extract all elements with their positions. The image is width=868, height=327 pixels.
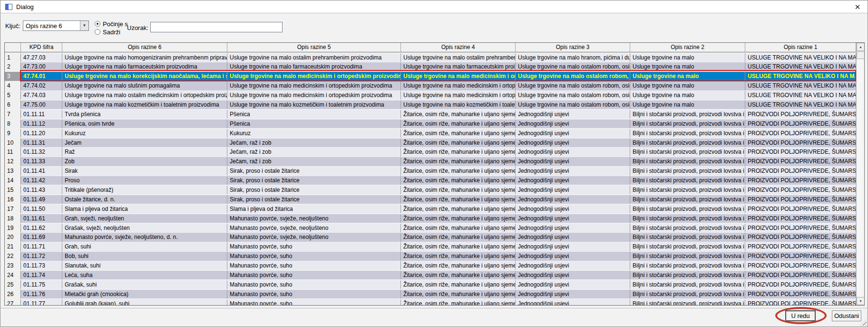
cell-opis-razine-5[interactable]: Usluge trgovine na malo ostalim prehramb…: [227, 53, 401, 62]
cell-opis-razine-2[interactable]: Usluge trgovine na malo: [630, 53, 745, 62]
cell-opis-razine-1[interactable]: USLUGE TRGOVINE NA VELIKO I NA MALO: [745, 53, 856, 62]
table-row[interactable]: 1401.11.42ProsoSirak, proso i ostale žit…: [5, 176, 856, 185]
cell-opis-razine-2[interactable]: Biljni i stočarski proizvodi, proizvodi …: [630, 233, 745, 241]
cell-opis-razine-3[interactable]: Jednogodišnji usjevi: [516, 271, 630, 279]
scroll-up-icon[interactable]: ▲: [857, 43, 865, 51]
table-row[interactable]: 1001.11.31JečamJečam, raž i zobŽitarice,…: [5, 138, 856, 147]
cell-opis-razine-2[interactable]: Biljni i stočarski proizvodi, proizvodi …: [630, 261, 745, 270]
cell-opis-razine-5[interactable]: Usluge trgovine na malo kozmetičkim i to…: [227, 100, 401, 109]
cell-opis-razine-4[interactable]: Žitarice, osim riže, mahunarke i uljano …: [401, 280, 516, 289]
cell-opis-razine-6[interactable]: Leća, suha: [62, 271, 227, 279]
row-number-cell[interactable]: 4: [5, 81, 21, 90]
cell-kpd-sifra[interactable]: 01.11.75: [21, 280, 62, 289]
cell-opis-razine-5[interactable]: Mahunasto povrće, suho: [227, 280, 401, 289]
cell-opis-razine-6[interactable]: Tritikale (pšenoraž): [62, 186, 227, 194]
cell-opis-razine-4[interactable]: Žitarice, osim riže, mahunarke i uljano …: [401, 271, 516, 279]
cell-opis-razine-1[interactable]: PROIZVODI POLJOPRIVREDE, ŠUMARSTVA I RIB: [745, 186, 856, 194]
cell-opis-razine-3[interactable]: Usluge trgovine na malo ostalom robom, o: [516, 72, 630, 80]
cell-kpd-sifra[interactable]: 01.11.32: [21, 148, 62, 156]
cell-opis-razine-6[interactable]: Usluge trgovine na malo homogeniziranim …: [62, 53, 227, 62]
column-header-opis-razine-4[interactable]: Opis razine 4: [401, 43, 516, 52]
cell-opis-razine-5[interactable]: Usluge trgovine na malo medicinskim i or…: [227, 72, 401, 80]
table-row[interactable]: 2401.11.74Leća, suhaMahunasto povrće, su…: [5, 270, 856, 279]
cancel-button[interactable]: Odustani: [832, 310, 861, 321]
cell-opis-razine-6[interactable]: Grah, suhi: [62, 242, 227, 251]
cell-kpd-sifra[interactable]: 01.11.20: [21, 129, 62, 138]
cell-opis-razine-2[interactable]: Biljni i stočarski proizvodi, proizvodi …: [630, 290, 745, 298]
table-row[interactable]: 547.74.03Usluge trgovine na malo ostalim…: [5, 90, 856, 100]
cell-opis-razine-6[interactable]: Slama i pljeva od žitarica: [62, 205, 227, 213]
cell-kpd-sifra[interactable]: 01.11.69: [21, 233, 62, 241]
table-row[interactable]: 2301.11.73Slanutak, suhiMahunasto povrće…: [5, 261, 856, 270]
table-row[interactable]: 2701.11.77Golublji grah (kajan), suhiMah…: [5, 298, 856, 306]
cell-opis-razine-3[interactable]: Jednogodišnji usjevi: [516, 280, 630, 289]
cell-opis-razine-5[interactable]: Usluge trgovine na malo medicinskim i or…: [227, 91, 401, 99]
cell-opis-razine-3[interactable]: Jednogodišnji usjevi: [516, 214, 630, 223]
cell-opis-razine-3[interactable]: Jednogodišnji usjevi: [516, 205, 630, 213]
cell-opis-razine-5[interactable]: Mahunasto povrće, suho: [227, 252, 401, 260]
row-number-cell[interactable]: 26: [5, 290, 21, 298]
cell-opis-razine-1[interactable]: USLUGE TRGOVINE NA VELIKO I NA MALO: [745, 62, 856, 71]
cell-opis-razine-2[interactable]: Biljni i stočarski proizvodi, proizvodi …: [630, 271, 745, 279]
cell-opis-razine-6[interactable]: Sirak: [62, 167, 227, 175]
table-body[interactable]: 147.27.03Usluge trgovine na malo homogen…: [5, 52, 856, 306]
table-row[interactable]: 1801.11.61Grah, svježi, neoljuštenMahuna…: [5, 213, 856, 223]
cell-opis-razine-5[interactable]: Mahunasto povrće, suho: [227, 299, 401, 306]
cell-opis-razine-5[interactable]: Mahunasto povrće, svježe, neoljušteno: [227, 224, 401, 232]
cell-opis-razine-1[interactable]: PROIZVODI POLJOPRIVREDE, ŠUMARSTVA I RIB: [745, 280, 856, 289]
cell-opis-razine-6[interactable]: Tvrda pšenica: [62, 110, 227, 119]
cell-opis-razine-2[interactable]: Usluge trgovine na malo: [630, 91, 745, 99]
cell-opis-razine-6[interactable]: Zob: [62, 157, 227, 166]
cell-opis-razine-2[interactable]: Biljni i stočarski proizvodi, proizvodi …: [630, 280, 745, 289]
row-number-cell[interactable]: 6: [5, 100, 21, 109]
cell-opis-razine-4[interactable]: Žitarice, osim riže, mahunarke i uljano …: [401, 119, 516, 128]
vertical-scrollbar[interactable]: ▲ ▼: [856, 43, 864, 305]
kpd-table[interactable]: KPD šifraOpis razine 6Opis razine 5Opis …: [4, 42, 865, 306]
table-row[interactable]: 247.73.00Usluge trgovine na malo farmace…: [5, 62, 856, 71]
table-row[interactable]: 701.11.11Tvrda pšenicaPšenicaŽitarice, o…: [5, 109, 856, 119]
cell-kpd-sifra[interactable]: 01.11.62: [21, 224, 62, 232]
cell-opis-razine-6[interactable]: Slanutak, suhi: [62, 261, 227, 270]
cell-opis-razine-3[interactable]: Jednogodišnji usjevi: [516, 290, 630, 298]
cell-opis-razine-5[interactable]: Mahunasto povrće, suho: [227, 261, 401, 270]
cell-opis-razine-6[interactable]: Grašak, svježi, neoljušten: [62, 224, 227, 232]
cell-opis-razine-1[interactable]: USLUGE TRGOVINE NA VELIKO I NA MALO: [745, 100, 856, 109]
table-row[interactable]: 2101.11.71Grah, suhiMahunasto povrće, su…: [5, 242, 856, 251]
cell-opis-razine-5[interactable]: Slama i pljeva od žitarica: [227, 205, 401, 213]
cell-opis-razine-3[interactable]: Jednogodišnji usjevi: [516, 233, 630, 241]
cell-opis-razine-5[interactable]: Pšenica: [227, 119, 401, 128]
cell-opis-razine-6[interactable]: Ostale žitarice, d. n.: [62, 195, 227, 204]
row-number-cell[interactable]: 25: [5, 280, 21, 289]
cell-opis-razine-2[interactable]: Biljni i stočarski proizvodi, proizvodi …: [630, 186, 745, 194]
chevron-down-icon[interactable]: ▼: [80, 21, 88, 30]
row-number-cell[interactable]: 15: [5, 186, 21, 194]
row-number-cell[interactable]: 18: [5, 214, 21, 223]
cell-opis-razine-5[interactable]: Mahunasto povrće, suho: [227, 242, 401, 251]
cell-kpd-sifra[interactable]: 47.73.00: [21, 62, 62, 71]
cell-opis-razine-5[interactable]: Pšenica: [227, 110, 401, 119]
column-header-opis-razine-3[interactable]: Opis razine 3: [516, 43, 630, 52]
cell-opis-razine-6[interactable]: Mletački grah (crnookica): [62, 290, 227, 298]
cell-opis-razine-6[interactable]: Usluge trgovine na malo kozmetičkim i to…: [62, 100, 227, 109]
cell-opis-razine-3[interactable]: Jednogodišnji usjevi: [516, 110, 630, 119]
cell-opis-razine-2[interactable]: Usluge trgovine na malo: [630, 62, 745, 71]
column-header-opis-razine-2[interactable]: Opis razine 2: [630, 43, 745, 52]
cell-opis-razine-1[interactable]: PROIZVODI POLJOPRIVREDE, ŠUMARSTVA I RIB: [745, 157, 856, 166]
cell-opis-razine-6[interactable]: Raž: [62, 148, 227, 156]
cell-opis-razine-3[interactable]: Jednogodišnji usjevi: [516, 252, 630, 260]
cell-opis-razine-3[interactable]: Jednogodišnji usjevi: [516, 261, 630, 270]
table-row[interactable]: 2501.11.75Grašak, suhiMahunasto povrće, …: [5, 279, 856, 289]
cell-opis-razine-5[interactable]: Ječam, raž i zob: [227, 157, 401, 166]
cell-opis-razine-1[interactable]: PROIZVODI POLJOPRIVREDE, ŠUMARSTVA I RIB: [745, 205, 856, 213]
cell-opis-razine-2[interactable]: Biljni i stočarski proizvodi, proizvodi …: [630, 224, 745, 232]
row-number-cell[interactable]: 27: [5, 299, 21, 306]
cell-opis-razine-2[interactable]: Biljni i stočarski proizvodi, proizvodi …: [630, 119, 745, 128]
cell-opis-razine-1[interactable]: PROIZVODI POLJOPRIVREDE, ŠUMARSTVA I RIB: [745, 252, 856, 260]
cell-opis-razine-3[interactable]: Jednogodišnji usjevi: [516, 167, 630, 175]
cell-opis-razine-6[interactable]: Usluge trgovine na malo ostalim medicins…: [62, 91, 227, 99]
row-number-cell[interactable]: 21: [5, 242, 21, 251]
row-number-cell[interactable]: 5: [5, 91, 21, 99]
row-number-cell[interactable]: 16: [5, 195, 21, 204]
cell-opis-razine-4[interactable]: Žitarice, osim riže, mahunarke i uljano …: [401, 139, 516, 147]
cell-opis-razine-4[interactable]: Usluge trgovine na malo ostalim prehramb…: [401, 53, 516, 62]
